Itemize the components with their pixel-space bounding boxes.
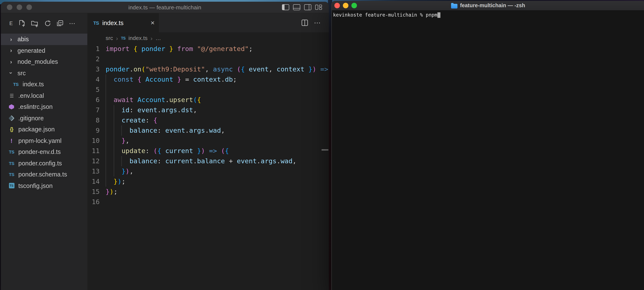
line-number: 12 (88, 156, 100, 166)
new-file-icon[interactable] (19, 20, 26, 27)
tree-item-package-json[interactable]: {}package.json (1, 124, 87, 135)
refresh-icon[interactable] (44, 20, 51, 27)
chevron-right-icon: › (8, 47, 14, 54)
code-text: }), (106, 166, 134, 176)
tree-item--gitignore[interactable]: .gitignore (1, 113, 87, 124)
tab-bar: TS index.ts × ⋯ (88, 13, 329, 32)
tree-item-src[interactable]: ›src (1, 67, 87, 79)
code-line-1: 1import { ponder } from "@/generated"; (88, 44, 329, 54)
code-line-7: 7 id: event.args.dst, (88, 105, 329, 115)
tree-item-label: ponder.config.ts (18, 160, 62, 167)
tree-item-abis[interactable]: ›abis (1, 34, 87, 45)
toggle-panel-icon[interactable] (293, 4, 300, 10)
explorer-sidebar: E ⋯ ›abis›generated›node_modules›srcTSin… (1, 13, 88, 290)
code-line-3: 3ponder.on("weth9:Deposit", async ({ eve… (88, 64, 329, 74)
tab-index-ts[interactable]: TS index.ts × (88, 13, 159, 32)
indent-guide (122, 126, 122, 136)
line-number: 2 (88, 54, 100, 64)
overview-ruler-marker (322, 149, 328, 150)
tree-item-generated[interactable]: ›generated (1, 45, 87, 56)
chevron-right-icon: › (8, 36, 14, 42)
vscode-window-controls (7, 4, 32, 10)
editor-group: TS index.ts × ⋯ src › TS index.ts › … (88, 13, 329, 290)
editor-more-actions-icon[interactable]: ⋯ (314, 19, 321, 27)
code-line-2: 2 (88, 54, 329, 64)
code-line-8: 8 create: { (88, 115, 329, 126)
minimize-button[interactable] (16, 4, 22, 10)
line-number: 7 (88, 105, 100, 115)
eslint-icon (8, 104, 15, 110)
tree-item-ponder-env-d-ts[interactable]: TSponder-env.d.ts (1, 146, 87, 157)
vscode-layout-controls (282, 4, 322, 10)
ts-icon: TS (8, 148, 15, 155)
tree-item-tsconfig-json[interactable]: TStsconfig.json (1, 180, 87, 191)
vscode-titlebar[interactable]: index.ts — feature-multichain (1, 2, 329, 13)
line-number: 9 (88, 126, 100, 136)
code-line-16: 16 (88, 197, 329, 207)
code-text: import { ponder } from "@/generated"; (106, 44, 253, 54)
zoom-button[interactable] (352, 3, 357, 8)
terminal-content[interactable]: kevinkoste feature-multichain % pnpm (332, 11, 644, 20)
explorer-header: E ⋯ (1, 13, 87, 34)
tree-item-ponder-config-ts[interactable]: TSponder.config.ts (1, 157, 87, 169)
new-folder-icon[interactable] (31, 20, 39, 27)
tree-item-ponder-schema-ts[interactable]: TSponder.schema.ts (1, 169, 87, 180)
close-tab-icon[interactable]: × (150, 19, 154, 26)
code-text: update: ({ current }) => ({ (106, 146, 229, 156)
tree-item-label: node_modules (18, 58, 58, 65)
terminal-titlebar[interactable]: feature-multichain — -zsh (332, 1, 644, 11)
breadcrumb-file[interactable]: index.ts (128, 35, 148, 41)
line-number: 5 (88, 85, 100, 95)
line-number: 13 (88, 166, 100, 176)
code-line-5: 5 (88, 85, 329, 95)
vscode-window-title: index.ts — feature-multichain (128, 4, 202, 10)
tree-item-node-modules[interactable]: ›node_modules (1, 56, 87, 67)
tree-item-pnpm-lock-yaml[interactable]: !pnpm-lock.yaml (1, 135, 87, 146)
tree-item-label: src (18, 70, 26, 77)
chevron-down-icon: › (8, 70, 14, 76)
ts-icon: TS (8, 160, 15, 167)
close-button[interactable] (7, 4, 12, 10)
breadcrumb-folder[interactable]: src (106, 35, 113, 41)
code-line-9: 9 balance: event.args.wad, (88, 126, 329, 136)
ts-icon: TS (12, 81, 19, 88)
line-number: 10 (88, 136, 100, 146)
terminal-window-title: feature-multichain — -zsh (451, 2, 525, 8)
line-number: 6 (88, 95, 100, 105)
tree-item-label: tsconfig.json (18, 182, 52, 189)
code-text: id: event.args.dst, (106, 105, 197, 115)
line-number: 1 (88, 44, 100, 54)
breadcrumb-separator: › (116, 35, 118, 41)
tree-item-label: .gitignore (18, 115, 44, 122)
tree-item--eslintrc-json[interactable]: .eslintrc.json (1, 101, 87, 113)
ts-icon: TS (8, 171, 15, 178)
customize-layout-icon[interactable] (315, 4, 322, 10)
explorer-more-actions-icon[interactable]: ⋯ (69, 21, 76, 25)
line-number: 15 (88, 187, 100, 197)
close-button[interactable] (334, 3, 340, 8)
tab-label: index.ts (102, 19, 148, 26)
code-text: const { Account } = context.db; (106, 74, 237, 85)
tree-item-index-ts[interactable]: TSindex.ts (1, 79, 87, 90)
code-line-12: 12 balance: current.balance + event.args… (88, 156, 329, 166)
breadcrumb-separator: › (150, 35, 152, 41)
breadcrumb-symbol[interactable]: … (156, 35, 161, 41)
typescript-file-icon: TS (121, 36, 126, 40)
git-icon (8, 115, 15, 122)
shell-prompt-line: kevinkoste feature-multichain % pnpm (333, 12, 438, 18)
minimize-button[interactable] (343, 3, 348, 8)
toggle-primary-sidebar-icon[interactable] (282, 4, 289, 10)
json-braces-icon: {} (8, 126, 15, 133)
code-text: ponder.on("weth9:Deposit", async ({ even… (106, 64, 329, 74)
split-editor-icon[interactable] (302, 19, 308, 26)
tree-item--env-local[interactable]: ☰.env.local (1, 90, 87, 101)
editor-actions: ⋯ (302, 13, 321, 32)
line-number: 8 (88, 115, 100, 126)
zoom-button[interactable] (26, 4, 32, 10)
toggle-secondary-sidebar-icon[interactable] (304, 4, 311, 10)
tree-item-label: ponder-env.d.ts (18, 148, 61, 155)
code-editor[interactable]: 1import { ponder } from "@/generated";23… (88, 44, 329, 290)
collapse-folders-icon[interactable] (57, 20, 64, 27)
code-line-13: 13 }), (88, 166, 329, 176)
terminal-window-controls (334, 3, 357, 8)
